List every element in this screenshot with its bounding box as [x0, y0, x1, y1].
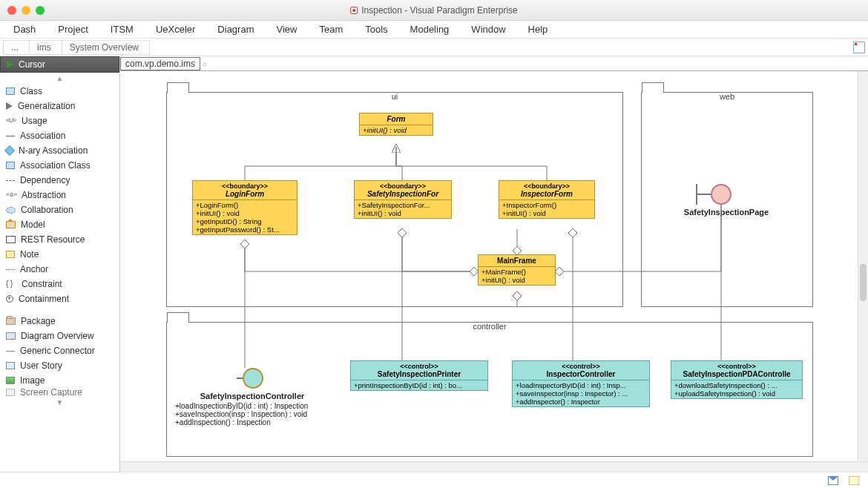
palette-item-note[interactable]: Note — [0, 247, 119, 262]
palette-label: Model — [21, 220, 45, 230]
palette-item-rest-resource[interactable]: REST Resource — [0, 232, 119, 247]
palette-item-anchor[interactable]: Anchor — [0, 262, 119, 277]
minimize-icon[interactable] — [22, 6, 30, 15]
palette-label: REST Resource — [21, 234, 85, 245]
palette-label: Dependency — [20, 175, 70, 185]
palette-item-collaboration[interactable]: Collaboration — [0, 202, 119, 217]
breadcrumb-item[interactable]: ims — [29, 40, 62, 55]
menu-dash[interactable]: Dash — [13, 24, 36, 35]
palette-item-generalization[interactable]: Generalization — [0, 99, 119, 113]
palette-label: Cursor — [19, 59, 45, 70]
rest-icon — [6, 236, 16, 243]
menu-help[interactable]: Help — [528, 24, 548, 35]
dep-icon — [6, 180, 15, 181]
connectors — [120, 71, 868, 461]
menu-window[interactable]: Window — [471, 24, 505, 35]
palette-label: Image — [20, 375, 45, 386]
menu-project[interactable]: Project — [58, 24, 88, 35]
palette-label: Association Class — [20, 160, 91, 171]
palette-sidebar: Cursor▲ClassGeneralization«U»UsageAssoci… — [0, 56, 120, 472]
palette-label: Containment — [19, 294, 69, 304]
breadcrumb-row: ... ims System Overview — [0, 39, 868, 56]
menu-diagram[interactable]: Diagram — [217, 24, 254, 35]
statusbar — [0, 472, 868, 488]
menu-tools[interactable]: Tools — [365, 24, 387, 35]
abs-icon: «a» — [6, 191, 16, 200]
us-icon — [6, 362, 15, 369]
contain-icon — [6, 295, 13, 303]
pkg-icon — [6, 317, 16, 325]
breadcrumb-item[interactable]: System Overview — [62, 40, 150, 55]
palette-item-cursor[interactable]: Cursor — [0, 56, 119, 73]
palette-item-constraint[interactable]: { }Constraint — [0, 277, 119, 291]
palette-item-user-story[interactable]: User Story — [0, 358, 119, 373]
palette-item-abstraction[interactable]: «a»Abstraction — [0, 188, 119, 202]
palette-item-association-class[interactable]: Association Class — [0, 158, 119, 173]
palette-item-class[interactable]: Class — [0, 84, 119, 99]
maximize-icon[interactable] — [36, 6, 45, 15]
anchor-icon — [6, 269, 15, 270]
img-icon — [6, 377, 15, 384]
assoc-icon — [6, 136, 15, 136]
menu-modeling[interactable]: Modeling — [410, 24, 450, 35]
palette-item-n-ary-association[interactable]: N-ary Association — [0, 143, 119, 158]
palette-item-containment[interactable]: Containment — [0, 291, 119, 306]
palette-item-association[interactable]: Association — [0, 128, 119, 143]
window-controls — [7, 6, 45, 15]
package-path-bar: com.vp.demo.ims ⌕ — [120, 56, 868, 71]
package-path[interactable]: com.vp.demo.ims — [120, 57, 200, 70]
cursor-icon — [7, 61, 13, 68]
gc-icon — [6, 351, 15, 352]
titlebar: Inspection - Visual Paradigm Enterprise — [0, 0, 868, 21]
palette-label: Usage — [22, 116, 47, 126]
app-icon — [350, 7, 358, 14]
usage-icon: «U» — [6, 116, 16, 125]
document-icon[interactable] — [849, 476, 859, 485]
class-icon — [6, 88, 15, 95]
menu-view[interactable]: View — [276, 24, 297, 35]
palette-label: Class — [20, 86, 42, 96]
palette-item-usage[interactable]: «U»Usage — [0, 113, 119, 128]
palette-item-image[interactable]: Image — [0, 373, 119, 388]
note-icon — [6, 251, 15, 258]
gen-icon — [6, 102, 13, 110]
palette-label: Package — [21, 316, 56, 326]
perspective-icon[interactable] — [853, 42, 865, 53]
horizontal-scrollbar[interactable] — [120, 461, 868, 472]
close-icon[interactable] — [7, 6, 16, 15]
window-title: Inspection - Visual Paradigm Enterprise — [350, 5, 518, 16]
mail-icon[interactable] — [828, 476, 838, 485]
palette-item-model[interactable]: Model — [0, 217, 119, 232]
search-icon[interactable]: ⌕ — [203, 59, 207, 67]
nary-icon — [4, 145, 15, 156]
palette-label: Constraint — [22, 279, 62, 289]
canvas-area: com.vp.demo.ims ⌕ ui web controller Form… — [120, 56, 868, 472]
expand-arrow-icon[interactable]: ▼ — [0, 397, 119, 408]
model-icon — [6, 221, 16, 228]
sc-icon — [6, 389, 15, 396]
palette-label: Anchor — [20, 264, 48, 274]
collapse-arrow-icon[interactable]: ▲ — [0, 73, 119, 84]
breadcrumb-item[interactable]: ... — [3, 40, 29, 55]
breadcrumb: ... ims System Overview — [3, 40, 150, 55]
palette-label: Collaboration — [21, 205, 73, 215]
palette-item-diagram-overview[interactable]: Diagram Overview — [0, 329, 119, 343]
menu-uexceler[interactable]: UeXceler — [156, 24, 195, 35]
palette-label: Diagram Overview — [21, 331, 94, 341]
diagov-icon — [6, 332, 16, 340]
vertical-scrollbar[interactable] — [858, 71, 868, 461]
palette-label: N-ary Association — [19, 145, 88, 156]
menu-itsm[interactable]: ITSM — [111, 24, 134, 35]
palette-item-screen-capture[interactable]: Screen Capture — [0, 388, 119, 397]
palette-label: Abstraction — [22, 190, 66, 200]
diagram-canvas[interactable]: ui web controller Form +initUI() : void … — [120, 71, 868, 461]
palette-label: Screen Capture — [20, 388, 82, 397]
palette-item-dependency[interactable]: Dependency — [0, 173, 119, 188]
menubar: Dash Project ITSM UeXceler Diagram View … — [0, 21, 868, 39]
palette-item-package[interactable]: Package — [0, 314, 119, 329]
palette-item-generic-connector[interactable]: Generic Connector — [0, 343, 119, 358]
menu-team[interactable]: Team — [319, 24, 343, 35]
palette-label: Generic Connector — [20, 346, 95, 356]
palette-label: Note — [20, 249, 39, 260]
collab-icon — [6, 207, 16, 214]
